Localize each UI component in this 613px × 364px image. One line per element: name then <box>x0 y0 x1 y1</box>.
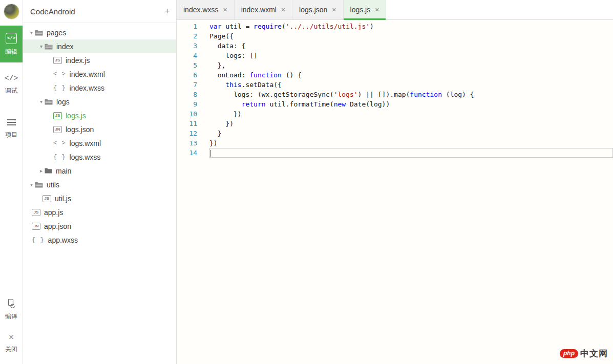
tree-item-app.wxss[interactable]: { }app.wxss <box>23 233 176 247</box>
wxml-file-icon: < > <box>53 71 66 78</box>
line-number: 11 <box>177 119 197 129</box>
tab-logs.json[interactable]: logs.json× <box>292 0 343 19</box>
code-line-7[interactable]: 7 this.setData({ <box>177 80 613 90</box>
tab-close-icon[interactable]: × <box>375 6 379 13</box>
line-content: logs: [] <box>209 51 613 60</box>
line-content <box>209 148 613 158</box>
activity-item-project[interactable]: 项目 <box>0 113 23 144</box>
activity-item-label: 编译 <box>5 312 17 321</box>
code-line-3[interactable]: 3 data: { <box>177 41 613 51</box>
compile-icon <box>6 298 16 309</box>
code-line-14[interactable]: 14 <box>177 148 613 158</box>
tree-item-logs.js[interactable]: JSlogs.js <box>23 109 176 122</box>
tree-item-index.js[interactable]: JSindex.js <box>23 53 176 67</box>
tree-item-logs[interactable]: ▾logs <box>23 95 176 109</box>
caret-down-icon[interactable]: ▾ <box>38 44 45 49</box>
code-line-10[interactable]: 10 }) <box>177 109 613 119</box>
line-content: }) <box>209 109 613 119</box>
add-file-button[interactable]: + <box>164 6 170 17</box>
code-line-6[interactable]: 6 onLoad: function () { <box>177 70 613 80</box>
activity-item-compile[interactable]: 编译 <box>0 294 23 328</box>
code-editor[interactable]: 1var util = require('../../utils/util.js… <box>177 20 613 158</box>
line-content: }) <box>209 119 613 129</box>
tree-item-index.wxss[interactable]: { }index.wxss <box>23 81 176 95</box>
tree-item-label: index.wxss <box>70 84 104 92</box>
caret-down-icon[interactable]: ▾ <box>38 99 45 104</box>
tree-item-label: main <box>56 167 71 175</box>
activity-item-edit[interactable]: </>编辑 <box>0 26 23 62</box>
tab-close-icon[interactable]: × <box>281 6 285 13</box>
json-file-icon: JN <box>32 223 40 230</box>
php-logo-badge: php <box>560 349 578 358</box>
line-content: logs: (wx.getStorageSync('logs') || []).… <box>209 90 613 99</box>
tab-index.wxml[interactable]: index.wxml× <box>235 0 292 19</box>
tab-label: logs.json <box>299 6 327 14</box>
tab-logs.js[interactable]: logs.js× <box>344 0 387 19</box>
code-line-4[interactable]: 4 logs: [] <box>177 51 613 60</box>
activity-item-debug[interactable]: </>调试 <box>0 70 23 100</box>
line-content: onLoad: function () { <box>209 70 613 80</box>
folder-closed-icon <box>45 168 52 174</box>
code-icon: </> <box>4 74 18 83</box>
tree-item-utils[interactable]: ▾utils <box>23 178 176 191</box>
caret-down-icon[interactable]: ▾ <box>28 182 35 187</box>
tree-item-logs.json[interactable]: JNlogs.json <box>23 122 176 136</box>
activity-bar: </>编辑</>调试项目 编译×关闭 <box>0 0 23 364</box>
code-line-13[interactable]: 13}) <box>177 138 613 148</box>
tree-item-logs.wxml[interactable]: < >logs.wxml <box>23 136 176 150</box>
tab-bar: index.wxss×index.wxml×logs.json×logs.js× <box>177 0 613 20</box>
caret-down-icon[interactable]: ▾ <box>28 30 35 35</box>
tree-item-app.json[interactable]: JNapp.json <box>23 219 176 233</box>
code-line-12[interactable]: 12 } <box>177 129 613 138</box>
tree-item-label: logs <box>56 98 70 106</box>
tree-item-label: app.json <box>44 222 71 230</box>
tree-item-label: logs.js <box>66 112 86 120</box>
line-number: 8 <box>177 90 197 99</box>
line-content: }) <box>209 138 613 148</box>
file-explorer: CodeAndroid + ▾pages▾indexJSindex.js< >i… <box>23 0 177 364</box>
code-boxed-icon: </> <box>6 33 17 44</box>
tab-index.wxss[interactable]: index.wxss× <box>177 0 235 19</box>
caret-right-icon[interactable]: ▸ <box>38 168 45 174</box>
code-line-2[interactable]: 2Page({ <box>177 31 613 41</box>
activity-item-close[interactable]: ×关闭 <box>0 328 23 361</box>
wxss-file-icon: { } <box>53 154 66 161</box>
js-file-icon: JS <box>43 195 51 202</box>
js-file-icon: JS <box>53 57 62 64</box>
json-file-icon: JN <box>53 126 62 133</box>
line-number: 10 <box>177 109 197 119</box>
line-number: 5 <box>177 60 197 70</box>
code-line-9[interactable]: 9 return util.formatTime(new Date(log)) <box>177 99 613 109</box>
tab-close-icon[interactable]: × <box>223 6 227 13</box>
tree-item-util.js[interactable]: JSutil.js <box>23 191 176 205</box>
user-avatar[interactable] <box>4 4 19 19</box>
tree-item-app.js[interactable]: JSapp.js <box>23 205 176 219</box>
tree-item-label: logs.wxss <box>70 153 101 161</box>
line-number: 3 <box>177 41 197 51</box>
text-cursor <box>210 150 210 157</box>
tree-item-logs.wxss[interactable]: { }logs.wxss <box>23 150 176 164</box>
line-number: 4 <box>177 51 197 60</box>
tab-close-icon[interactable]: × <box>332 6 336 13</box>
tree-item-pages[interactable]: ▾pages <box>23 26 176 39</box>
line-content: Page({ <box>209 31 613 41</box>
line-content: }, <box>209 60 613 70</box>
editor-area: index.wxss×index.wxml×logs.json×logs.js×… <box>177 0 613 364</box>
line-number: 7 <box>177 80 197 90</box>
tree-item-index[interactable]: ▾index <box>23 39 176 53</box>
tree-item-label: pages <box>47 29 66 37</box>
tree-item-label: app.js <box>44 208 63 217</box>
activity-bar-top: </>编辑</>调试项目 <box>0 26 23 144</box>
js-file-icon: JS <box>32 209 40 216</box>
tree-item-label: index.js <box>66 56 90 65</box>
code-line-8[interactable]: 8 logs: (wx.getStorageSync('logs') || []… <box>177 90 613 99</box>
tab-label: index.wxss <box>183 6 218 14</box>
code-line-11[interactable]: 11 }) <box>177 119 613 129</box>
line-content: return util.formatTime(new Date(log)) <box>209 99 613 109</box>
wxss-file-icon: { } <box>53 84 66 92</box>
line-number: 1 <box>177 22 197 31</box>
tree-item-index.wxml[interactable]: < >index.wxml <box>23 67 176 81</box>
tree-item-main[interactable]: ▸main <box>23 164 176 178</box>
code-line-1[interactable]: 1var util = require('../../utils/util.js… <box>177 22 613 31</box>
code-line-5[interactable]: 5 }, <box>177 60 613 70</box>
